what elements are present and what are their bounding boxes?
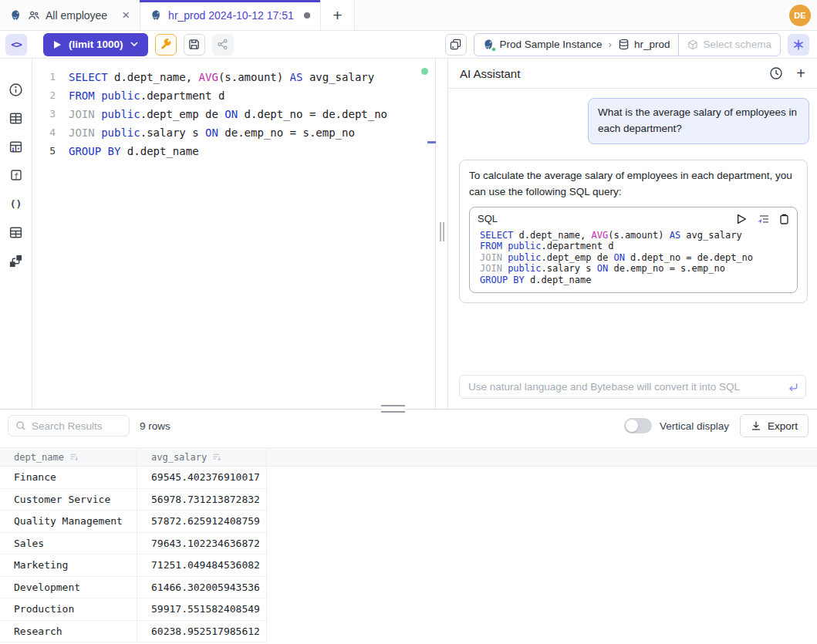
admin-mode-button[interactable] — [155, 34, 177, 56]
code-line[interactable]: 4JOIN public.salary s ON de.emp_no = s.e… — [32, 123, 435, 142]
line-number: 3 — [32, 105, 56, 123]
column-header-dept-name[interactable]: dept_name — [0, 448, 137, 466]
table-row[interactable]: Sales79643.102234636872 — [0, 533, 817, 555]
save-icon — [188, 39, 200, 50]
save-button[interactable] — [184, 34, 205, 56]
line-number: 2 — [32, 86, 56, 105]
schema-diagram-icon[interactable] — [8, 253, 24, 268]
history-clock-icon[interactable] — [769, 66, 783, 80]
table-row[interactable]: Finance69545.402376910017 — [0, 467, 817, 489]
cell-avg-salary: 71251.049484536082 — [137, 555, 267, 577]
search-results-input[interactable]: Search Results — [8, 415, 130, 437]
line-number: 4 — [32, 123, 56, 142]
table-row[interactable]: Customer Service56978.731213872832 — [0, 489, 817, 511]
tab-bar: All employee × hr_prod 2024-10-12 17:51 … — [0, 0, 817, 31]
new-chat-icon[interactable]: + — [796, 66, 805, 81]
procedures-icon[interactable]: () — [8, 196, 24, 211]
close-tab-icon[interactable]: × — [122, 8, 130, 22]
info-icon[interactable] — [8, 82, 24, 97]
openai-button[interactable] — [788, 34, 809, 56]
tables-icon[interactable] — [8, 110, 24, 126]
code-line: GROUP BY d.dept_name — [480, 275, 789, 286]
editor-code: 1SELECT d.dept_name, AVG(s.amount) AS av… — [32, 68, 435, 160]
insert-code-icon[interactable] — [757, 214, 769, 224]
code-line: JOIN public.salary s ON de.emp_no = s.em… — [480, 263, 789, 275]
code-block-body: SELECT d.dept_name, AVG(s.amount) AS avg… — [470, 228, 797, 293]
run-query-button[interactable]: (limit 1000) — [43, 33, 148, 56]
panel-resize-gutter[interactable] — [436, 59, 447, 409]
cell-avg-salary: 57872.625912408759 — [137, 511, 267, 533]
code-block-language-label: SQL — [478, 211, 737, 227]
table-row[interactable]: Marketing71251.049484536082 — [0, 555, 817, 577]
export-button[interactable]: Export — [740, 414, 809, 437]
table-row[interactable]: Development61466.302005943536 — [0, 577, 817, 599]
external-tables-icon[interactable] — [8, 224, 24, 240]
share-button[interactable] — [212, 34, 234, 56]
schema-picker[interactable]: Select schema — [678, 34, 780, 56]
editor-toolbar: <> (limit 1000) Prod Sample Instance › h… — [0, 31, 817, 59]
sort-icon[interactable] — [212, 453, 221, 461]
sheet-users-icon — [28, 9, 40, 22]
column-header-avg-salary[interactable]: avg_salary — [137, 448, 267, 466]
code-panel-button[interactable]: <> — [5, 34, 27, 56]
functions-icon[interactable]: ƒ — [8, 167, 24, 183]
ai-assistant-header: AI Assistant + — [448, 59, 817, 89]
run-code-icon[interactable] — [737, 214, 747, 224]
vertical-drag-handle-icon[interactable] — [440, 222, 444, 241]
unsaved-dot-icon — [304, 12, 310, 19]
chevron-down-icon — [130, 42, 138, 47]
tab-label: hr_prod 2024-10-12 17:51 — [168, 9, 294, 22]
sql-editor[interactable]: 1SELECT d.dept_name, AVG(s.amount) AS av… — [32, 59, 436, 409]
table-row[interactable]: Research60238.952517985612 — [0, 621, 817, 643]
results-panel: Search Results 9 rows Vertical display E… — [0, 409, 817, 644]
database-icon — [618, 39, 630, 50]
cell-dept-name: Quality Management — [0, 511, 137, 533]
sort-icon[interactable] — [69, 453, 79, 461]
postgres-icon — [10, 9, 22, 22]
cell-dept-name: Research — [0, 621, 137, 643]
submit-return-icon[interactable] — [787, 382, 798, 393]
cell-dept-name: Sales — [0, 533, 137, 555]
cell-dept-name: Customer Service — [0, 489, 137, 511]
cell-dept-name: Finance — [0, 467, 137, 489]
tab-hr-prod[interactable]: hr_prod 2024-10-12 17:51 — [140, 0, 321, 30]
cell-dept-name: Development — [0, 577, 137, 599]
connection-status-dot — [421, 68, 428, 75]
copy-code-icon[interactable] — [779, 214, 789, 224]
left-sidebar: ƒ () — [0, 59, 32, 409]
ai-input-box[interactable] — [459, 375, 806, 399]
ai-prompt-input[interactable] — [468, 381, 782, 393]
batch-query-icon — [450, 39, 461, 50]
schema-editor-icon[interactable] — [8, 139, 24, 154]
table-row[interactable]: Quality Management57872.625912408759 — [0, 511, 817, 533]
vertical-display-toggle[interactable] — [624, 418, 652, 433]
instance-name: Prod Sample Instance — [500, 39, 603, 50]
share-icon — [217, 39, 228, 50]
database-name: hr_prod — [634, 39, 670, 50]
table-row[interactable]: Production59917.551582408549 — [0, 598, 817, 621]
download-icon — [751, 420, 761, 431]
code-line[interactable]: 5GROUP BY d.dept_name — [32, 142, 435, 160]
code-line[interactable]: 1SELECT d.dept_name, AVG(s.amount) AS av… — [32, 68, 435, 86]
new-tab-button[interactable]: + — [321, 0, 355, 30]
cell-dept-name: Marketing — [0, 555, 137, 577]
code-line: JOIN public.dept_emp de ON d.dept_no = d… — [480, 252, 789, 264]
ai-assistant-title: AI Assistant — [460, 67, 756, 80]
postgres-icon — [483, 39, 495, 51]
horizontal-drag-handle-icon[interactable] — [381, 405, 405, 413]
cell-avg-salary: 60238.952517985612 — [137, 621, 267, 643]
search-placeholder: Search Results — [32, 420, 103, 432]
cube-icon — [687, 39, 698, 50]
play-icon — [53, 40, 62, 49]
tab-all-employee[interactable]: All employee × — [0, 0, 140, 30]
connection-picker[interactable]: Prod Sample Instance › hr_prod Select sc… — [474, 33, 781, 56]
cell-dept-name: Production — [0, 598, 137, 621]
instance-database-crumb[interactable]: Prod Sample Instance › hr_prod — [474, 34, 679, 56]
code-line[interactable]: 2FROM public.department d — [32, 86, 435, 105]
code-line[interactable]: 3JOIN public.dept_emp de ON d.dept_no = … — [32, 105, 435, 123]
line-number: 1 — [32, 68, 56, 86]
batch-query-button[interactable] — [445, 34, 467, 56]
schema-placeholder: Select schema — [703, 39, 771, 50]
breadcrumb-separator: › — [608, 39, 612, 50]
avatar[interactable]: DE — [789, 5, 811, 26]
